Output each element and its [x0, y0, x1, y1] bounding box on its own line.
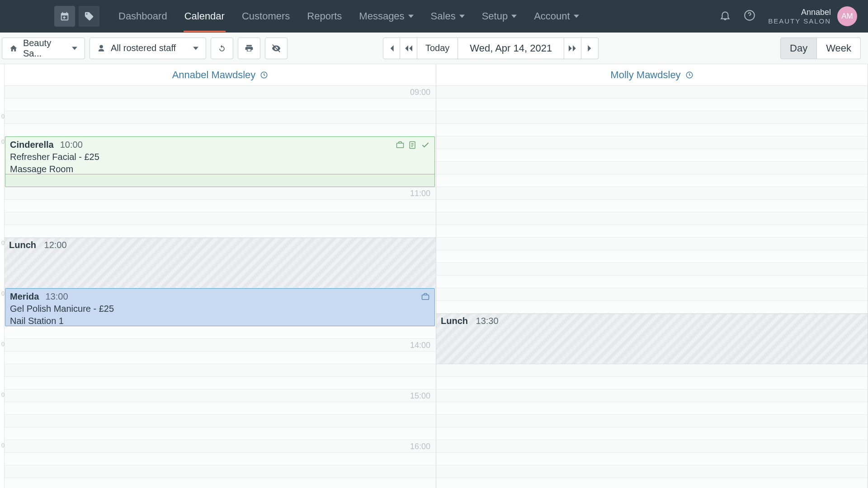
user-salon: BEAUTY SALON [768, 17, 831, 25]
gutter-tick: 0 [1, 290, 5, 297]
tag-icon[interactable] [79, 6, 99, 27]
calendar-toolbar: Beauty Sa... All rostered staff Today We… [0, 33, 868, 64]
break-lunch-molly[interactable]: Lunch 13:30 [436, 314, 868, 364]
staff-column-molly: Molly Mawdsley Lunch 13:30 [436, 64, 868, 488]
staff-header-annabel[interactable]: Annabel Mawdsley [5, 64, 436, 86]
staff-filter-select[interactable]: All rostered staff [90, 38, 206, 59]
gutter-tick: 0 [1, 239, 5, 246]
break-title: Lunch [9, 240, 36, 250]
note-icon [408, 141, 417, 150]
date-display[interactable]: Wed, Apr 14, 2021 [458, 38, 564, 59]
view-day-button[interactable]: Day [780, 38, 817, 59]
chevron-double-right-icon [569, 45, 577, 52]
appointment-time: 10:00 [60, 139, 83, 151]
hour-label: 14:00 [410, 341, 430, 350]
svg-rect-4 [422, 295, 429, 299]
next-week-button[interactable] [564, 38, 581, 59]
top-nav: Dashboard Calendar Customers Reports Mes… [0, 0, 868, 33]
user-text: Annabel BEAUTY SALON [768, 8, 831, 25]
home-icon [9, 44, 18, 52]
hour-label: 16:00 [410, 442, 430, 451]
person-icon [97, 44, 105, 52]
caret-down-icon [408, 14, 414, 19]
visibility-button[interactable] [265, 38, 288, 59]
nav-calendar[interactable]: Calendar [184, 7, 226, 26]
appointment-cinderella[interactable]: Cinderella 10:00 Refresher Facial - £25 … [5, 136, 435, 174]
appointment-header: Cinderella 10:00 [10, 139, 430, 151]
help-icon[interactable] [744, 9, 755, 23]
view-week-button[interactable]: Week [817, 38, 861, 59]
appointment-time: 13:00 [45, 291, 68, 303]
prev-day-button[interactable] [383, 38, 400, 59]
nav-dashboard[interactable]: Dashboard [118, 7, 168, 26]
break-title: Lunch [441, 316, 468, 326]
caret-down-icon [193, 46, 198, 51]
gutter-tick: 0 [1, 113, 5, 120]
appointment-room: Massage Room [10, 163, 430, 175]
new-appointment-icon[interactable] [54, 6, 75, 27]
clock-icon [685, 71, 693, 79]
gutter-tick: 0 [1, 442, 5, 449]
calendar-grid: Annabel Mawdsley 09:00 11:00 12:00 14:00… [0, 64, 868, 488]
nav-right: Annabel BEAUTY SALON AM [719, 6, 857, 26]
break-lunch-annabel[interactable]: Lunch 12:00 [5, 238, 436, 288]
print-icon [245, 44, 254, 53]
staff-header-molly[interactable]: Molly Mawdsley [436, 64, 868, 86]
appointment-service: Gel Polish Manicure - £25 [10, 303, 430, 315]
nav-sales-label: Sales [431, 10, 456, 22]
view-toggle: Day Week [780, 38, 861, 59]
nav-setup[interactable]: Setup [481, 7, 518, 26]
print-button[interactable] [238, 38, 260, 59]
staff-body-annabel[interactable]: 09:00 11:00 12:00 14:00 15:00 16:00 Cind… [5, 86, 436, 488]
refresh-icon [217, 44, 226, 53]
notifications-icon[interactable] [719, 9, 731, 23]
caret-down-icon [511, 14, 517, 19]
nav-account-label: Account [534, 10, 570, 22]
location-label: Beauty Sa... [23, 38, 72, 59]
svg-rect-2 [397, 143, 404, 147]
hour-label: 09:00 [410, 88, 430, 97]
nav-messages[interactable]: Messages [358, 7, 414, 26]
appointment-merida[interactable]: Merida 13:00 Gel Polish Manicure - £25 N… [5, 288, 435, 326]
staff-column-annabel: Annabel Mawdsley 09:00 11:00 12:00 14:00… [5, 64, 436, 488]
check-icon [421, 141, 430, 150]
chevron-left-icon [388, 45, 395, 52]
nav-links: Dashboard Calendar Customers Reports Mes… [118, 7, 580, 26]
clock-icon [260, 71, 268, 79]
nav-account[interactable]: Account [533, 7, 580, 26]
avatar: AM [837, 6, 857, 26]
hour-label: 11:00 [410, 189, 430, 198]
staff-name: Annabel Mawdsley [172, 69, 256, 81]
nav-reports[interactable]: Reports [306, 7, 343, 26]
refresh-button[interactable] [211, 38, 233, 59]
gutter-tick: 0 [1, 138, 5, 145]
chevron-right-icon [587, 45, 593, 52]
date-navigation: Today Wed, Apr 14, 2021 [383, 38, 599, 59]
briefcase-icon [421, 292, 430, 301]
break-time: 13:30 [476, 316, 499, 326]
user-menu[interactable]: Annabel BEAUTY SALON AM [768, 6, 857, 26]
hour-label: 15:00 [410, 391, 430, 401]
gutter-tick: 0 [1, 391, 5, 398]
caret-down-icon [574, 14, 579, 19]
caret-down-icon [72, 46, 77, 51]
staff-body-molly[interactable]: Lunch 13:30 [436, 86, 868, 488]
appointment-room: Nail Station 1 [10, 315, 430, 327]
eye-off-icon [271, 43, 281, 53]
appointment-header: Merida 13:00 [10, 291, 430, 303]
today-button[interactable]: Today [417, 38, 458, 59]
nav-customers[interactable]: Customers [241, 7, 291, 26]
location-select[interactable]: Beauty Sa... [2, 38, 85, 59]
nav-setup-label: Setup [482, 10, 508, 22]
nav-sales[interactable]: Sales [430, 7, 466, 26]
appointment-icons [396, 141, 430, 150]
appointment-service: Refresher Facial - £25 [10, 151, 430, 163]
prev-week-button[interactable] [400, 38, 417, 59]
time-gutter [0, 64, 5, 488]
next-day-button[interactable] [581, 38, 599, 59]
gutter-tick: 0 [1, 341, 5, 347]
left-icon-buttons [54, 6, 99, 27]
break-time: 12:00 [44, 240, 67, 250]
staff-filter-label: All rostered staff [111, 43, 176, 53]
briefcase-icon [396, 141, 405, 150]
